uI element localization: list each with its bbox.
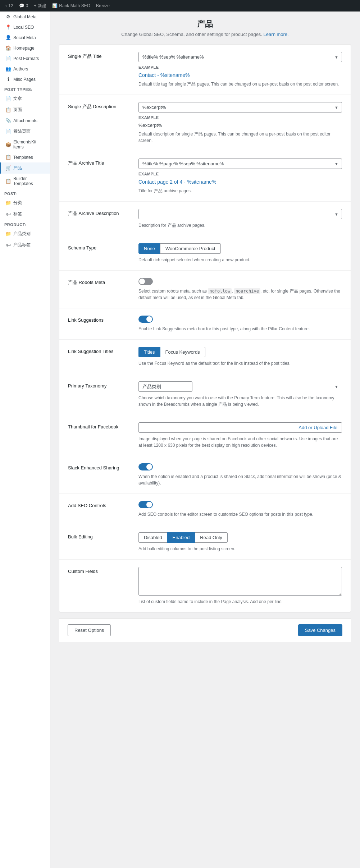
custom-fields-control: List of custom fields name to include in…	[138, 567, 342, 605]
admin-bar-rankmath[interactable]: 📊 Rank Math SEO	[52, 3, 90, 8]
landing-icon: 📄	[5, 129, 11, 134]
custom-fields-textarea[interactable]	[138, 567, 342, 596]
primary-taxonomy-select-wrapper: 产品类别 ▼	[138, 381, 342, 392]
sidebar: ⚙ Global Meta 📍 Local SEO 👤 Social Meta …	[0, 12, 50, 868]
sidebar-item-product-biaoqian[interactable]: 🏷 产品标签	[0, 239, 50, 251]
disabled-button[interactable]: Disabled	[138, 532, 168, 543]
category-icon: 📁	[5, 200, 11, 206]
schema-type-help: Default rich snippet selected when creat…	[138, 257, 342, 263]
toggle-knob	[146, 464, 152, 470]
primary-taxonomy-label: Primary Taxonomy	[68, 381, 133, 389]
setting-slack-sharing: Slack Enhanced Sharing When the option i…	[59, 456, 351, 494]
reset-button[interactable]: Reset Options	[68, 624, 111, 636]
single-description-select-wrapper: %excerpt% ▼	[138, 102, 342, 112]
learn-more-link[interactable]: Learn more.	[264, 32, 289, 37]
sidebar-item-misc-pages[interactable]: ℹ Misc Pages	[0, 74, 50, 84]
sidebar-item-post-formats[interactable]: 📄 Post Formats	[0, 53, 50, 64]
link-suggestion-titles-control: Titles Focus Keywords Use the Focus Keyw…	[138, 347, 342, 367]
slack-sharing-help: When the option is enabled and a product…	[138, 473, 342, 486]
plus-icon: +	[34, 3, 36, 8]
robots-meta-label: 产品 Robots Meta	[68, 278, 133, 286]
main-content: 产品 Change Global SEO, Schema, and other …	[50, 12, 360, 868]
location-icon: 📍	[5, 24, 11, 30]
schema-woo-button[interactable]: WooCommerce Product	[160, 243, 220, 254]
add-upload-button[interactable]: Add or Upload File	[294, 423, 342, 432]
setting-seo-controls: Add SEO Controls Add SEO controls for th…	[59, 494, 351, 525]
link-suggestions-toggle-wrapper	[138, 316, 342, 323]
link-suggestions-toggle[interactable]	[138, 316, 153, 323]
custom-fields-label: Custom Fields	[68, 567, 133, 575]
robots-meta-toggle[interactable]	[138, 278, 153, 285]
schema-none-button[interactable]: None	[138, 243, 160, 254]
admin-bar-new[interactable]: + 新建	[34, 3, 46, 9]
page-icon: 📋	[5, 107, 11, 112]
read-only-button[interactable]: Read Only	[195, 532, 227, 543]
footer-bar: Reset Options Save Changes	[59, 618, 351, 642]
bulk-editing-control: Disabled Enabled Read Only Add bulk edit…	[138, 532, 342, 552]
single-description-label: Single 产品 Description	[68, 102, 133, 110]
sidebar-item-builder-templates[interactable]: 📋 Builder Templates	[0, 174, 50, 189]
page-header: 产品 Change Global SEO, Schema, and other …	[59, 19, 351, 37]
bulk-editing-label: Bulk Editing	[68, 532, 133, 540]
primary-taxonomy-select[interactable]: 产品类别	[138, 381, 192, 392]
focus-keywords-button[interactable]: Focus Keywords	[160, 347, 205, 357]
comment-icon: 💬	[19, 3, 24, 8]
archive-description-select[interactable]	[138, 209, 342, 219]
sidebar-item-landing[interactable]: 📄 着陆页面	[0, 126, 50, 137]
sidebar-item-elementskit[interactable]: 📦 ElementsKit items	[0, 137, 50, 152]
robots-meta-control: Select custom robots meta, such as nofol…	[138, 278, 342, 301]
setting-link-suggestions: Link Suggestions Enable Link Suggestions…	[59, 308, 351, 340]
titles-button[interactable]: Titles	[138, 347, 160, 357]
post-types-section-label: Post Types:	[0, 84, 50, 93]
sidebar-item-global-meta[interactable]: ⚙ Global Meta	[0, 12, 50, 22]
admin-bar-breeze[interactable]: Breeze	[96, 3, 110, 8]
sidebar-item-social-meta[interactable]: 👤 Social Meta	[0, 32, 50, 43]
post-formats-icon: 📄	[5, 56, 11, 61]
toggle-knob	[146, 316, 152, 322]
toggle-knob	[139, 279, 145, 284]
primary-taxonomy-help: Choose which taxonomy you want to use wi…	[138, 395, 342, 408]
link-suggestions-help: Enable Link Suggestions meta box for thi…	[138, 326, 342, 332]
archive-description-control: ▼ Description for 产品 archive pages.	[138, 209, 342, 229]
single-title-select[interactable]: %title% %sep% %sitename%	[138, 52, 342, 62]
admin-bar-wp[interactable]: ⌂ 12	[4, 3, 13, 8]
sidebar-item-biaoqian[interactable]: 🏷 标签	[0, 208, 50, 220]
admin-bar-comments[interactable]: 💬 0	[19, 3, 28, 8]
single-title-help: Default title tag for single 产品 pages. T…	[138, 81, 342, 87]
misc-icon: ℹ	[5, 77, 11, 82]
post-icon: 📄	[5, 96, 11, 101]
save-button[interactable]: Save Changes	[298, 624, 342, 636]
thumbnail-facebook-label: Thumbnail for Facebook	[68, 422, 133, 430]
single-description-example-value: %excerpt%	[138, 123, 342, 128]
slack-sharing-label: Slack Enhanced Sharing	[68, 463, 133, 471]
archive-title-select[interactable]: %title% %page% %sep% %sitename%	[138, 159, 342, 169]
builder-templates-icon: 📋	[5, 179, 11, 184]
archive-title-example-label: EXAMPLE	[138, 172, 342, 176]
sidebar-item-attachments[interactable]: 📎 Attachments	[0, 115, 50, 126]
enabled-button[interactable]: Enabled	[167, 532, 195, 543]
bulk-editing-buttons: Disabled Enabled Read Only	[138, 532, 342, 543]
settings-card: Single 产品 Title %title% %sep% %sitename%…	[59, 44, 351, 612]
sidebar-item-local-seo[interactable]: 📍 Local SEO	[0, 22, 50, 32]
seo-controls-toggle[interactable]	[138, 501, 153, 508]
seo-controls-toggle-wrapper	[138, 501, 342, 508]
thumbnail-facebook-input[interactable]	[139, 423, 294, 432]
sidebar-item-fenlei[interactable]: 📁 分类	[0, 197, 50, 208]
sidebar-item-templates[interactable]: 📋 Templates	[0, 152, 50, 162]
archive-title-control: %title% %page% %sep% %sitename% ▼ EXAMPL…	[138, 159, 342, 194]
link-suggestions-control: Enable Link Suggestions meta box for thi…	[138, 316, 342, 332]
single-description-control: %excerpt% ▼ EXAMPLE %excerpt% Default de…	[138, 102, 342, 144]
sidebar-item-authors[interactable]: 👥 Authors	[0, 64, 50, 74]
sidebar-item-yemian[interactable]: 📋 页面	[0, 104, 50, 115]
archive-description-label: 产品 Archive Description	[68, 209, 133, 217]
sidebar-item-product-leibie[interactable]: 📁 产品类别	[0, 228, 50, 239]
robots-meta-toggle-wrapper	[138, 278, 342, 285]
single-description-select[interactable]: %excerpt%	[138, 102, 342, 112]
rankmath-icon: 📊	[52, 3, 58, 8]
bulk-editing-help: Add bulk editing columns to the post lis…	[138, 546, 342, 552]
sidebar-item-wenzhang[interactable]: 📄 文章	[0, 93, 50, 104]
sidebar-item-homepage[interactable]: 🏠 Homepage	[0, 43, 50, 53]
slack-sharing-toggle[interactable]	[138, 463, 153, 470]
seo-controls-help: Add SEO controls for the editor screen t…	[138, 511, 342, 518]
sidebar-item-chanpin[interactable]: 🛒 产品	[0, 162, 50, 174]
